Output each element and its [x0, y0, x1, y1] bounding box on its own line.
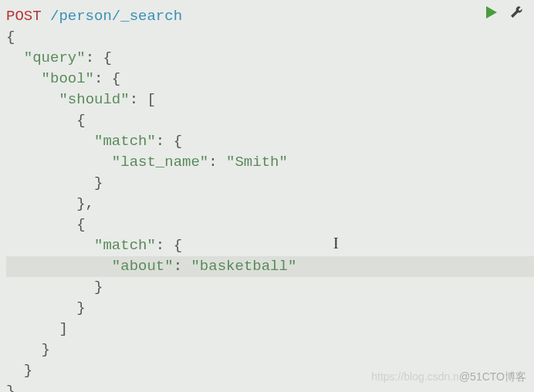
code-line: }: [6, 340, 534, 360]
endpoint-path: /person/_search: [50, 8, 182, 25]
code-line: "last_name": "Smith": [6, 152, 534, 173]
code-line: ]: [6, 319, 534, 340]
code-line: "bool": {: [6, 69, 534, 90]
code-line: {: [6, 27, 534, 48]
code-line: }: [6, 277, 534, 298]
code-editor[interactable]: POST /person/_search { "query": { "bool"…: [0, 0, 534, 392]
code-line: }: [6, 298, 534, 319]
http-method: POST: [6, 8, 42, 25]
code-line: "query": {: [6, 48, 534, 69]
watermark: https://blog.csdn.n@51CTO博客: [371, 370, 526, 384]
code-line: {: [6, 110, 534, 131]
code-line: "match": {: [6, 131, 534, 152]
code-line: "match": {: [6, 235, 534, 256]
code-line: }: [6, 173, 534, 194]
request-line: POST /person/_search: [6, 6, 534, 27]
code-line: "should": [: [6, 90, 534, 110]
code-line: {: [6, 215, 534, 235]
text-cursor-icon: I: [333, 235, 339, 252]
code-line-active: "about": "basketball": [6, 256, 534, 277]
code-line: },: [6, 194, 534, 215]
